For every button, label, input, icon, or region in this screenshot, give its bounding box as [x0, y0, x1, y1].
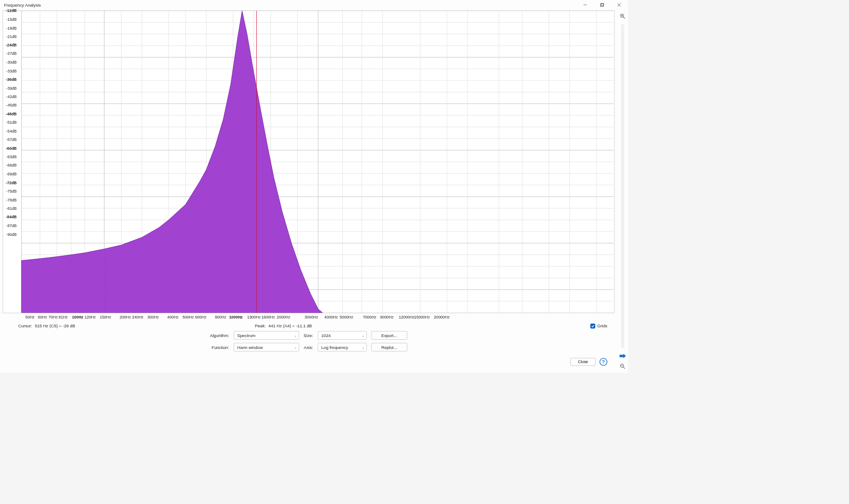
- x-tick-label: 7000Hz: [363, 315, 376, 319]
- y-tick-label: -12dB: [6, 8, 17, 13]
- maximize-icon: [600, 3, 604, 7]
- algorithm-value: Spectrum: [237, 333, 255, 338]
- y-tick-label: -42dB: [6, 95, 17, 99]
- peak-label: Peak:: [255, 324, 266, 329]
- x-tick-label: 1300Hz: [247, 315, 261, 319]
- zoom-in-button[interactable]: [619, 12, 627, 20]
- y-tick-label: -45dB: [6, 103, 17, 107]
- pin-button[interactable]: [619, 352, 627, 360]
- y-tick-label: -21dB: [6, 34, 17, 39]
- x-tick-label: 150Hz: [100, 315, 111, 319]
- bottom-row: Close ?: [3, 352, 614, 373]
- x-axis-labels: 50Hz60Hz70Hz81Hz100Hz120Hz150Hz200Hz240H…: [16, 313, 614, 322]
- svg-marker-64: [619, 354, 626, 358]
- cursor-value: 515 Hz (C5) = -29 dB: [35, 324, 75, 329]
- x-tick-label: 200Hz: [120, 315, 131, 319]
- x-tick-label: 500Hz: [182, 315, 194, 319]
- y-tick-label: -39dB: [6, 86, 17, 90]
- y-tick-label: -27dB: [6, 52, 17, 56]
- minimize-button[interactable]: [576, 0, 593, 10]
- y-tick-label: -63dB: [6, 155, 17, 159]
- x-tick-label: 9000Hz: [380, 315, 394, 319]
- y-tick-label: -90dB: [6, 232, 17, 236]
- x-tick-label: 15000Hz: [414, 315, 430, 319]
- spectrum-plot-svg: [3, 11, 614, 313]
- x-tick-label: 5000Hz: [340, 315, 353, 319]
- x-tick-label: 50Hz: [26, 315, 35, 319]
- axis-value: Log frequency: [321, 345, 348, 349]
- y-tick-label: -87dB: [6, 224, 17, 228]
- x-tick-label: 1600Hz: [262, 315, 275, 319]
- x-tick-label: 60Hz: [38, 315, 47, 319]
- y-tick-label: -24dB: [6, 43, 17, 47]
- x-tick-label: 240Hz: [132, 315, 144, 319]
- info-row: Cursor: 515 Hz (C5) = -29 dB Peak: 441 H…: [3, 322, 614, 330]
- y-tick-label: -60dB: [6, 146, 17, 151]
- x-tick-label: 20000Hz: [434, 315, 450, 319]
- y-tick-label: -15dB: [6, 17, 17, 22]
- x-tick-label: 1000Hz: [229, 315, 243, 319]
- close-button-label: Close: [578, 360, 588, 364]
- axis-select[interactable]: Log frequency ⌄: [318, 343, 367, 351]
- x-tick-label: 70Hz: [49, 315, 58, 319]
- svg-line-61: [623, 17, 625, 19]
- y-tick-label: -33dB: [6, 68, 17, 73]
- svg-rect-1: [600, 4, 603, 7]
- replot-button[interactable]: Replot...: [371, 343, 407, 351]
- zoom-out-button[interactable]: [619, 363, 627, 371]
- y-tick-label: -75dB: [6, 189, 17, 193]
- export-button[interactable]: Export...: [371, 331, 407, 340]
- minimize-icon: [583, 3, 587, 7]
- window-title: Frequency Analysis: [4, 3, 576, 8]
- size-value: 1024: [321, 333, 330, 338]
- controls-row: Algorithm: Spectrum ⌄ Size: 1024 ⌄ Expor…: [3, 329, 614, 352]
- y-tick-label: -57dB: [6, 137, 17, 142]
- y-tick-label: -30dB: [6, 60, 17, 64]
- help-icon: ?: [602, 359, 605, 364]
- chevron-down-icon: ⌄: [362, 333, 364, 337]
- function-value: Hann window: [237, 345, 263, 349]
- function-select[interactable]: Hann window ⌄: [234, 343, 299, 351]
- spectrum-chart[interactable]: -12dB-15dB-18dB-21dB-24dB-27dB-30dB-33dB…: [3, 11, 614, 313]
- replot-button-label: Replot...: [381, 345, 397, 349]
- close-icon: [617, 3, 621, 7]
- maximize-button[interactable]: [594, 0, 610, 10]
- zoom-out-icon: [620, 364, 625, 369]
- export-button-label: Export...: [381, 333, 397, 338]
- axis-label: Axis:: [303, 345, 313, 349]
- y-tick-label: -18dB: [6, 26, 17, 30]
- y-tick-label: -36dB: [6, 77, 17, 82]
- size-label: Size:: [303, 333, 313, 338]
- x-tick-label: 4000Hz: [324, 315, 338, 319]
- help-button[interactable]: ?: [599, 358, 607, 366]
- y-tick-label: -72dB: [6, 180, 17, 185]
- y-tick-label: -66dB: [6, 163, 17, 168]
- titlebar: Frequency Analysis: [0, 0, 628, 10]
- x-tick-label: 600Hz: [195, 315, 207, 319]
- grids-checkbox[interactable]: Grids: [590, 324, 608, 329]
- x-tick-label: 120Hz: [84, 315, 96, 319]
- chevron-down-icon: ⌄: [294, 345, 297, 349]
- size-select[interactable]: 1024 ⌄: [318, 331, 367, 340]
- cursor-label: Cursor:: [18, 324, 32, 329]
- svg-rect-2: [601, 3, 604, 6]
- x-tick-label: 81Hz: [59, 315, 68, 319]
- x-tick-label: 800Hz: [215, 315, 226, 319]
- algorithm-select[interactable]: Spectrum ⌄: [234, 331, 299, 340]
- chevron-down-icon: ⌄: [362, 345, 364, 349]
- x-tick-label: 2000Hz: [277, 315, 291, 319]
- y-tick-label: -51dB: [6, 120, 17, 125]
- close-button[interactable]: Close: [571, 358, 596, 366]
- window-close-button[interactable]: [610, 0, 627, 10]
- y-tick-label: -54dB: [6, 129, 17, 133]
- pin-icon: [619, 354, 626, 358]
- x-tick-label: 3000Hz: [305, 315, 318, 319]
- peak-value: 441 Hz (A4) = -11.1 dB: [269, 324, 312, 329]
- x-tick-label: 400Hz: [167, 315, 179, 319]
- x-tick-label: 12000Hz: [399, 315, 415, 319]
- x-tick-label: 100Hz: [72, 315, 83, 319]
- vertical-scrollbar[interactable]: [621, 24, 624, 348]
- svg-line-66: [623, 367, 625, 369]
- y-tick-label: -81dB: [6, 206, 17, 211]
- function-label: Function:: [210, 345, 229, 349]
